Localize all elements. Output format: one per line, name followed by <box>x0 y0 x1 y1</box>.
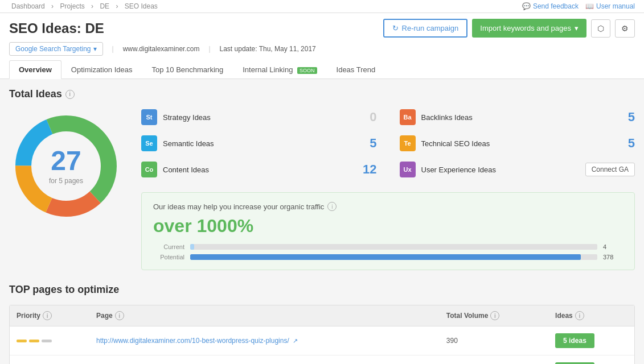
backlinks-badge: Ba <box>400 109 416 125</box>
rerun-campaign-button[interactable]: ↻ Re-run campaign <box>383 19 468 38</box>
traffic-bars: Current 4 Potential 378 <box>153 243 623 260</box>
ideas-right-panel: St Strategy Ideas 0 Se Semantic Ideas 5 … <box>141 109 635 270</box>
technical-count: 5 <box>618 136 635 151</box>
tab-optimization-ideas[interactable]: Optimization Ideas <box>61 60 142 79</box>
priority-info-icon[interactable]: i <box>43 311 52 320</box>
import-keywords-button[interactable]: Import keywords and pages ▾ <box>472 19 586 38</box>
total-ideas-info-icon[interactable]: i <box>65 90 75 99</box>
potential-bar-track <box>190 254 597 260</box>
targeting-button[interactable]: Google Search Targeting ▾ <box>9 42 103 56</box>
breadcrumb-projects[interactable]: Projects <box>60 2 84 10</box>
idea-row-content[interactable]: Co Content Ideas 12 <box>141 162 377 177</box>
breadcrumb-dashboard[interactable]: Dashboard <box>11 2 45 10</box>
top-pages-title: TOP pages to optimize <box>9 284 635 296</box>
user-manual-link[interactable]: 📖 User manual <box>585 2 635 10</box>
top-pages-table-wrapper: Priority i Page i Total <box>9 305 635 364</box>
traffic-box-title: Our ideas may help you increase your org… <box>153 202 623 211</box>
traffic-boost-box: Our ideas may help you increase your org… <box>141 192 635 270</box>
priority-dot-2 <box>29 340 39 342</box>
website-label: www.digitalexaminer.com <box>123 45 200 53</box>
page-header: SEO Ideas: DE ↻ Re-run campaign Import k… <box>0 13 644 79</box>
share-button[interactable]: ⬡ <box>591 19 610 38</box>
idea-row-ux: Ux User Experience Ideas Connect GA <box>400 162 635 177</box>
ideas-column-right: Ba Backlinks Ideas 5 Te Technical SEO Id… <box>400 109 635 188</box>
top-pages-section: TOP pages to optimize Priority i <box>9 284 635 364</box>
traffic-info-icon[interactable]: i <box>327 202 337 211</box>
tab-top10[interactable]: Top 10 Benchmarking <box>142 60 233 79</box>
strategy-badge: St <box>141 109 157 125</box>
breadcrumb: Dashboard › Projects › DE › SEO Ideas <box>9 2 160 10</box>
soon-badge: SOON <box>297 67 317 74</box>
table-header: Priority i Page i Total <box>10 305 634 326</box>
semantic-count: 5 <box>360 136 377 151</box>
content-count: 12 <box>360 162 377 177</box>
donut-center: 27 for 5 pages <box>49 147 83 185</box>
page-title: SEO Ideas: DE <box>9 20 104 36</box>
settings-button[interactable]: ⚙ <box>615 19 635 38</box>
ideas-columns: St Strategy Ideas 0 Se Semantic Ideas 5 … <box>141 109 635 188</box>
current-bar-track <box>190 244 597 250</box>
header-top: SEO Ideas: DE ↻ Re-run campaign Import k… <box>9 19 635 38</box>
idea-row-technical[interactable]: Te Technical SEO Ideas 5 <box>400 135 635 151</box>
page-cell: http://www.digitalexaminer.com/10-best-w… <box>89 326 440 355</box>
chevron-down-icon: ▾ <box>93 45 97 53</box>
col-volume: Total Volume i <box>440 305 548 326</box>
breadcrumb-seo-ideas: SEO Ideas <box>125 2 158 10</box>
main-content: Total Ideas i 27 for 5 pages <box>0 79 644 364</box>
semantic-badge: Se <box>141 135 157 151</box>
technical-badge: Te <box>400 135 416 151</box>
header-actions: ↻ Re-run campaign Import keywords and pa… <box>383 19 635 38</box>
current-bar-row: Current 4 <box>153 243 623 250</box>
volume-cell: 390 <box>440 326 548 355</box>
strategy-count: 0 <box>360 110 377 125</box>
priority-cell <box>10 326 89 355</box>
page-info-icon[interactable]: i <box>115 311 124 320</box>
table-body: http://www.digitalexaminer.com/10-best-w… <box>10 326 634 365</box>
priority-cell <box>10 355 89 365</box>
page-url-1[interactable]: http://www.digitalexaminer.com/10-best-w… <box>96 337 433 345</box>
chevron-down-icon: ▾ <box>575 24 579 32</box>
ideas-cell: 5 ideas <box>548 326 634 355</box>
semantic-label: Semantic Ideas <box>163 139 354 148</box>
ux-label: User Experience Ideas <box>421 166 580 174</box>
potential-bar-row: Potential 378 <box>153 254 623 260</box>
strategy-label: Strategy Ideas <box>163 113 354 122</box>
page-cell: http://www.digitalexaminer.com/content-k… <box>89 355 440 365</box>
top-pages-table: Priority i Page i Total <box>10 305 634 364</box>
table-row: http://www.digitalexaminer.com/content-k… <box>10 355 634 365</box>
backlinks-label: Backlinks Ideas <box>421 113 613 122</box>
ideas-info-icon[interactable]: i <box>575 311 584 320</box>
priority-dot-1 <box>17 340 27 342</box>
donut-for-pages: for 5 pages <box>49 177 83 185</box>
priority-dot-3 <box>42 340 52 342</box>
col-ideas: Ideas i <box>548 305 634 326</box>
table-row: http://www.digitalexaminer.com/10-best-w… <box>10 326 634 355</box>
book-icon: 📖 <box>585 2 594 10</box>
content-badge: Co <box>141 162 157 177</box>
breadcrumb-de[interactable]: DE <box>100 2 109 10</box>
send-feedback-link[interactable]: 💬 Send feedback <box>522 2 579 10</box>
idea-row-semantic[interactable]: Se Semantic Ideas 5 <box>141 135 377 151</box>
current-bar-fill <box>190 244 194 250</box>
ux-badge: Ux <box>400 162 416 177</box>
tab-ideas-trend[interactable]: Ideas Trend <box>327 60 385 79</box>
ideas-cell: 6 ideas <box>548 355 634 365</box>
current-label: Current <box>153 243 184 250</box>
ideas-column-left: St Strategy Ideas 0 Se Semantic Ideas 5 … <box>141 109 377 188</box>
meta-bar: Google Search Targeting ▾ | www.digitale… <box>9 42 635 56</box>
idea-row-backlinks[interactable]: Ba Backlinks Ideas 5 <box>400 109 635 125</box>
col-priority: Priority i <box>10 305 89 326</box>
tab-overview[interactable]: Overview <box>9 60 61 79</box>
idea-row-strategy: St Strategy Ideas 0 <box>141 109 377 125</box>
ideas-button-1[interactable]: 5 ideas <box>555 333 594 348</box>
connect-ga-button[interactable]: Connect GA <box>585 163 635 176</box>
technical-label: Technical SEO Ideas <box>421 139 613 148</box>
volume-cell: 260 <box>440 355 548 365</box>
total-ideas-container: 27 for 5 pages St Strategy Ideas 0 Se Se… <box>9 109 635 270</box>
traffic-big-number: over 1000% <box>153 216 623 237</box>
last-update-label: Last update: Thu, May 11, 2017 <box>220 45 316 53</box>
current-value: 4 <box>603 243 623 250</box>
content-label: Content Ideas <box>163 166 354 174</box>
tab-internal-linking[interactable]: Internal Linking SOON <box>233 60 326 79</box>
volume-info-icon[interactable]: i <box>490 311 499 320</box>
